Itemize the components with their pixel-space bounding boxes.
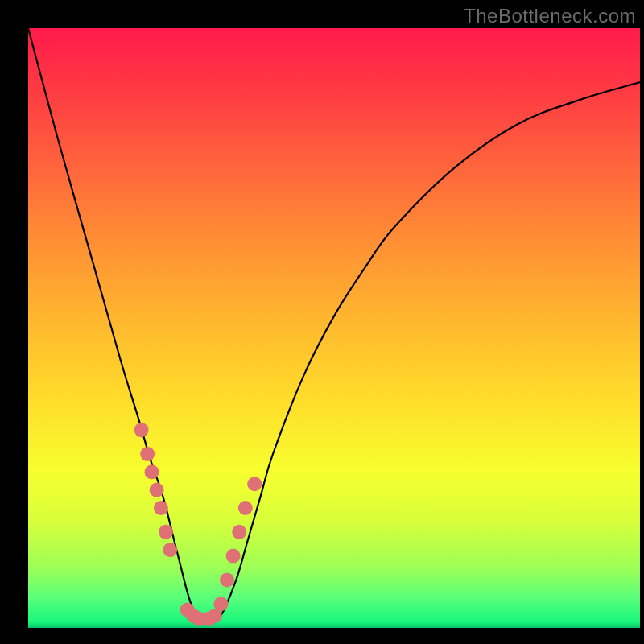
plot-area (28, 28, 640, 628)
marker-point (140, 447, 155, 461)
marker-point (238, 501, 253, 515)
curve-svg (28, 28, 640, 628)
marker-point (154, 501, 168, 515)
marker-point (213, 597, 228, 611)
marker-point (226, 549, 241, 564)
marker-point (159, 525, 173, 539)
bottleneck-curve (28, 28, 640, 622)
chart-frame: TheBottleneck.com (0, 0, 644, 644)
highlight-markers (134, 423, 262, 626)
marker-point (150, 483, 164, 497)
marker-point (247, 477, 262, 491)
marker-point (145, 464, 159, 479)
marker-point (232, 525, 246, 539)
marker-point (220, 572, 234, 587)
marker-point (163, 543, 177, 557)
marker-point (134, 423, 149, 437)
watermark-label: TheBottleneck.com (464, 5, 636, 27)
